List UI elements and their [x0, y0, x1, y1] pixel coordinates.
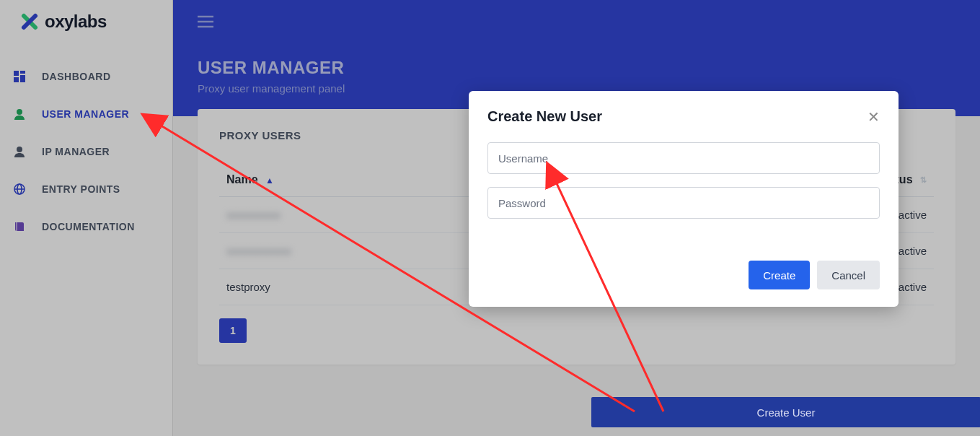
sort-asc-icon: ▲ — [265, 175, 274, 186]
dashboard-icon — [13, 71, 26, 82]
sidebar-item-label: DOCUMENTATION — [42, 221, 135, 232]
modal-title: Create New User — [487, 108, 602, 125]
svg-point-6 — [17, 109, 22, 115]
hamburger-icon[interactable] — [198, 15, 213, 28]
logo-text: oxylabs — [45, 12, 107, 32]
user-icon — [13, 108, 26, 120]
create-user-button[interactable]: Create User — [591, 397, 980, 427]
topbar — [173, 0, 980, 43]
sidebar-nav: DASHBOARD USER MANAGER IP MANAGER ENTRY … — [0, 43, 172, 245]
sidebar-item-dashboard[interactable]: DASHBOARD — [0, 58, 172, 95]
svg-rect-3 — [20, 71, 25, 74]
create-user-modal: Create New User ✕ Create Cancel — [469, 91, 899, 307]
book-icon — [13, 221, 26, 232]
user-name-cell: testproxy — [226, 281, 270, 293]
logo: oxylabs — [0, 0, 172, 43]
sidebar-item-ip-manager[interactable]: IP MANAGER — [0, 133, 172, 170]
cancel-button[interactable]: Cancel — [817, 261, 880, 289]
sidebar: oxylabs DASHBOARD USER MANAGER IP MANAGE… — [0, 0, 173, 436]
sidebar-item-user-manager[interactable]: USER MANAGER — [0, 95, 172, 133]
svg-point-7 — [17, 147, 22, 152]
modal-actions: Create Cancel — [487, 261, 880, 289]
modal-header: Create New User ✕ — [487, 108, 880, 125]
username-input[interactable] — [487, 142, 880, 174]
sidebar-item-label: USER MANAGER — [42, 108, 129, 120]
sidebar-item-documentation[interactable]: DOCUMENTATION — [0, 208, 172, 245]
password-input[interactable] — [487, 187, 880, 219]
svg-rect-5 — [14, 77, 19, 82]
svg-rect-2 — [14, 71, 19, 76]
pagination: 1 — [219, 318, 934, 343]
sidebar-item-label: ENTRY POINTS — [42, 183, 120, 195]
logo-mark-icon — [20, 12, 39, 31]
sidebar-item-label: IP MANAGER — [42, 146, 110, 157]
page-title: USER MANAGER — [198, 58, 955, 78]
create-button[interactable]: Create — [749, 261, 810, 289]
sidebar-item-entry-points[interactable]: ENTRY POINTS — [0, 170, 172, 208]
sidebar-item-label: DASHBOARD — [42, 71, 111, 82]
sort-icon: ⇅ — [920, 175, 927, 185]
page-1-button[interactable]: 1 — [219, 318, 247, 343]
user-icon — [13, 146, 26, 157]
user-name-cell: xxxxxxxxxxxx — [226, 245, 291, 257]
close-icon[interactable]: ✕ — [868, 110, 880, 124]
globe-icon — [13, 183, 26, 195]
svg-rect-4 — [20, 75, 25, 82]
user-name-cell: xxxxxxxxxx — [226, 209, 281, 221]
